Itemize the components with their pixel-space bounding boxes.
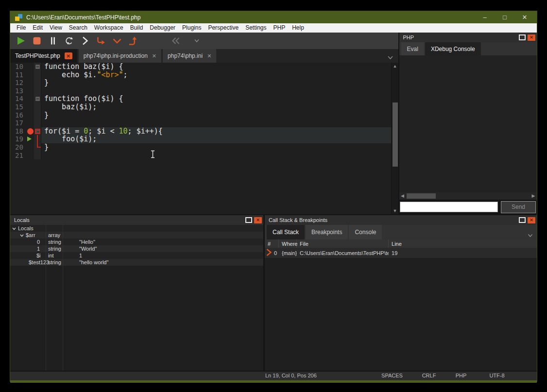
menu-build[interactable]: Build	[127, 23, 147, 33]
line-number[interactable]: 12	[10, 79, 27, 87]
line-number[interactable]: 10	[10, 63, 27, 71]
maximize-panel-icon[interactable]	[245, 217, 252, 223]
menu-view[interactable]: View	[46, 23, 66, 33]
close-window-button[interactable]: ✕	[521, 11, 528, 23]
scrollbar-thumb[interactable]	[393, 102, 398, 167]
line-number[interactable]: 21	[10, 152, 27, 160]
fold-margin[interactable]	[34, 103, 41, 111]
line-number[interactable]: 11	[10, 71, 27, 79]
fold-margin[interactable]	[34, 87, 41, 95]
fold-collapse-icon[interactable]	[35, 96, 40, 102]
fold-margin[interactable]	[34, 152, 41, 160]
tab-overflow-icon[interactable]	[387, 53, 393, 62]
menu-file[interactable]: File	[13, 23, 29, 33]
line-number[interactable]: 14	[10, 95, 27, 103]
breakpoint-margin[interactable]	[27, 127, 34, 136]
fold-margin[interactable]	[34, 71, 41, 79]
column-header-line[interactable]: Line	[389, 239, 537, 248]
locals-row[interactable]: 1string"World"	[10, 245, 263, 252]
line-number[interactable]: 19	[10, 135, 27, 143]
menu-perspective[interactable]: Perspective	[205, 23, 242, 33]
line-number[interactable]: 13	[10, 87, 27, 95]
close-tab-icon[interactable]: ✕	[65, 52, 72, 59]
eval-input[interactable]	[400, 202, 498, 212]
fold-margin[interactable]	[34, 111, 41, 119]
breakpoint-margin[interactable]	[27, 111, 34, 119]
tree-expander-icon[interactable]	[20, 232, 24, 238]
breakpoint-margin[interactable]	[27, 103, 34, 111]
breakpoint-margin[interactable]	[27, 63, 34, 71]
scroll-up-icon[interactable]: ▲	[392, 63, 398, 69]
editor-tab[interactable]: php74\php.ini-production✕	[79, 49, 161, 63]
maximize-panel-icon[interactable]	[519, 34, 526, 40]
fold-margin[interactable]	[34, 127, 41, 136]
tab-call-stack[interactable]: Call Stack	[267, 225, 305, 239]
tab-breakpoints[interactable]: Breakpoints	[306, 225, 348, 239]
fold-margin[interactable]	[34, 79, 41, 87]
fold-margin[interactable]	[34, 95, 41, 103]
fold-collapse-icon[interactable]	[35, 129, 40, 134]
maximize-window-button[interactable]: □	[501, 11, 508, 23]
stop-icon[interactable]	[31, 35, 43, 47]
column-header-file[interactable]: File	[297, 239, 389, 248]
locals-row[interactable]: Locals	[10, 225, 263, 232]
pause-icon[interactable]	[47, 35, 59, 47]
breakpoint-margin[interactable]	[27, 119, 34, 127]
menu-plugins[interactable]: Plugins	[179, 23, 205, 33]
maximize-panel-icon[interactable]	[519, 217, 526, 223]
breakpoint-margin[interactable]	[27, 71, 34, 79]
close-panel-icon[interactable]: ✕	[528, 34, 535, 41]
scrollbar-thumb[interactable]	[407, 193, 436, 199]
menu-workspace[interactable]: Workspace	[91, 23, 127, 33]
tab-console[interactable]: Console	[349, 225, 382, 239]
rewind-icon[interactable]	[170, 35, 182, 47]
tree-expander-icon[interactable]	[12, 225, 16, 231]
close-tab-icon[interactable]: ✕	[207, 53, 211, 59]
line-number[interactable]: 15	[10, 103, 27, 111]
line-number[interactable]: 17	[10, 119, 27, 127]
locals-row[interactable]: $iint1	[10, 252, 263, 259]
editor-tab[interactable]: php74\php.ini✕	[163, 49, 216, 63]
breakpoint-margin[interactable]	[27, 135, 34, 143]
column-header-where[interactable]: Where	[279, 239, 297, 248]
xdebug-console-output[interactable]	[399, 55, 537, 192]
step-out-icon[interactable]	[127, 35, 139, 47]
breakpoint-margin[interactable]	[27, 143, 34, 152]
locals-row[interactable]: $test123string"hello world"	[10, 259, 263, 266]
menu-php[interactable]: PHP	[270, 23, 289, 33]
menu-search[interactable]: Search	[66, 23, 91, 33]
reload-icon[interactable]	[63, 35, 75, 47]
fold-margin[interactable]	[34, 135, 41, 143]
scroll-right-icon[interactable]: ▶	[530, 192, 537, 200]
locals-row[interactable]: 0string"Hello"	[10, 239, 263, 245]
menu-edit[interactable]: Edit	[29, 23, 46, 33]
step-into-icon[interactable]	[95, 35, 107, 47]
breakpoint-margin[interactable]	[27, 79, 34, 87]
php-horizontal-scrollbar[interactable]: ◀ ▶	[399, 192, 537, 200]
fold-margin[interactable]	[34, 63, 41, 71]
menu-debugger[interactable]: Debugger	[146, 23, 179, 33]
close-tab-icon[interactable]: ✕	[152, 53, 156, 59]
fold-margin[interactable]	[34, 143, 41, 152]
panel-tabs-dropdown-icon[interactable]	[528, 231, 533, 239]
fold-margin[interactable]	[34, 119, 41, 127]
fold-collapse-icon[interactable]	[35, 64, 40, 69]
callstack-row[interactable]: 0{main}C:\Users\Eran\Documents\TestPHP\t…	[265, 248, 537, 258]
scroll-down-icon[interactable]: ▼	[392, 207, 398, 214]
editor-vertical-scrollbar[interactable]: ▲ ▼	[391, 63, 398, 214]
continue-down-icon[interactable]	[111, 35, 123, 47]
send-button[interactable]: Send	[501, 201, 536, 213]
toolbar-overflow-icon[interactable]	[193, 35, 201, 47]
breakpoint-margin[interactable]	[27, 95, 34, 103]
column-header-num[interactable]: #	[265, 239, 279, 248]
breakpoint-icon[interactable]	[27, 128, 34, 135]
line-number[interactable]: 20	[10, 143, 27, 152]
line-number[interactable]: 18	[10, 127, 27, 136]
minimize-window-button[interactable]: –	[481, 11, 488, 23]
close-panel-icon[interactable]: ✕	[254, 217, 262, 223]
breakpoint-margin[interactable]	[27, 152, 34, 160]
menu-settings[interactable]: Settings	[242, 23, 270, 33]
tab-eval[interactable]: Eval	[401, 42, 424, 55]
close-panel-icon[interactable]: ✕	[528, 217, 535, 223]
step-over-icon[interactable]	[79, 35, 91, 47]
